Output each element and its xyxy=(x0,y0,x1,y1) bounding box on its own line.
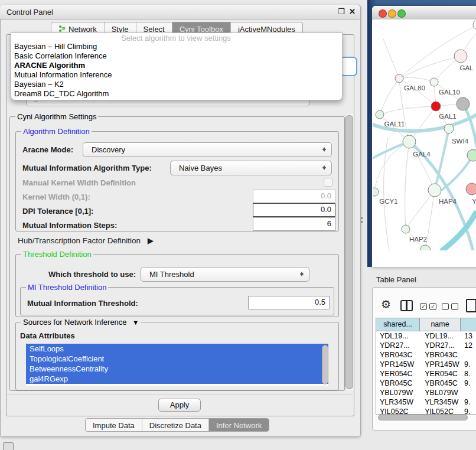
sources-title-row[interactable]: Sources for Network Inference ▼ xyxy=(21,318,141,327)
close-traffic-light[interactable] xyxy=(379,9,387,18)
network-edge xyxy=(405,142,409,229)
dpi-tolerance-field[interactable]: 0.0 xyxy=(253,203,335,217)
stepper-icon xyxy=(322,145,327,154)
control-panel-titlebar[interactable] xyxy=(0,5,360,19)
hub-tf-definition-label: Hub/Transcription Factor Definition xyxy=(18,236,141,245)
table-body: YDL19...YDL19...13YDR27...YDR27...12YBR0… xyxy=(376,331,476,415)
network-node[interactable] xyxy=(420,245,431,250)
table-row[interactable]: YDR27...YDR27...12 xyxy=(376,341,476,350)
column-header[interactable]: shared... xyxy=(376,318,420,331)
aracne-mode-label: Aracne Mode: xyxy=(22,145,73,154)
network-node-hap2[interactable] xyxy=(402,225,410,233)
manual-kernel-width-label: Manual Kernel Width Definition xyxy=(22,178,136,187)
table-row[interactable]: YIL052CYIL052C9. xyxy=(376,407,476,415)
mi-algorithm-type-combo[interactable]: Naive Bayes xyxy=(170,161,332,175)
attribute-list-item[interactable]: BetweennessCentrality xyxy=(26,364,328,374)
node-label: HAP2 xyxy=(409,236,427,243)
tab-discretize-data[interactable]: Discretize Data xyxy=(142,419,209,431)
float-window-icon[interactable]: ❐ xyxy=(338,7,345,16)
column-header[interactable]: name xyxy=(420,318,461,331)
table-cell: 8. xyxy=(462,369,476,379)
table-cell: YPR145W xyxy=(419,360,462,369)
kernel-width-value: 0.0 xyxy=(321,191,331,200)
hub-tf-definition-toggle[interactable]: Hub/Transcription Factor Definition ▶ xyxy=(18,236,154,245)
table-hscrollbar-thumb[interactable] xyxy=(378,415,468,420)
attributes-scrollbar-thumb[interactable] xyxy=(322,345,328,384)
sources-title: Sources for Network Inference xyxy=(23,318,127,327)
network-node-gcy1[interactable] xyxy=(373,188,379,196)
kernel-width-field[interactable]: 0.0 xyxy=(253,190,335,203)
dropdown-item[interactable]: Dream8 DC_TDC Algorithm xyxy=(12,89,340,99)
panel-splitter-grip[interactable] xyxy=(360,216,364,224)
tab-label: Discretize Data xyxy=(149,421,201,430)
settings-scrollbar-thumb[interactable] xyxy=(345,115,353,389)
gear-icon[interactable]: ⚙ xyxy=(381,299,391,310)
close-window-icon[interactable]: ✕ xyxy=(349,7,356,16)
manual-kernel-width-checkbox[interactable] xyxy=(324,178,332,187)
mi-threshold-definition-title: MI Threshold Definition xyxy=(26,283,108,292)
network-node[interactable] xyxy=(467,149,476,161)
table-row[interactable]: YPR145WYPR145W9. xyxy=(376,360,476,369)
table-row[interactable]: YBR045CYBR045C9. xyxy=(376,379,476,388)
table-cell: YIL052C xyxy=(419,407,462,415)
network-node-gal11[interactable] xyxy=(376,110,384,119)
dropdown-item[interactable]: ARACNE Algorithm xyxy=(12,61,340,70)
minimize-traffic-light[interactable] xyxy=(388,9,396,18)
mi-threshold-label: Mutual Information Threshold: xyxy=(27,299,138,308)
apply-separator xyxy=(6,394,353,394)
network-node-hap4[interactable] xyxy=(428,184,441,197)
attribute-list-item[interactable]: TopologicalCoefficient xyxy=(26,354,328,364)
network-node-gal10[interactable] xyxy=(430,78,438,86)
table-row[interactable]: YER054CYER054C8. xyxy=(376,369,476,379)
data-attributes-list[interactable]: SelfLoopsTopologicalCoefficientBetweenne… xyxy=(26,344,328,386)
checked-box-icon: ✓ xyxy=(429,303,436,310)
tab-infer-network[interactable]: Infer Network xyxy=(209,419,269,431)
file-icon[interactable] xyxy=(466,299,476,312)
dropdown-item[interactable]: Basic Correlation Inference xyxy=(12,51,340,61)
network-node[interactable] xyxy=(457,97,470,110)
table-cell: 9. xyxy=(462,397,476,407)
unchecked-box-icon xyxy=(442,303,449,310)
node-table[interactable]: shared...name YDL19...YDL19...13YDR27...… xyxy=(376,318,476,415)
table-cell: YBR045C xyxy=(376,379,419,388)
table-cell: 9. xyxy=(462,360,476,369)
table-cell: YDR27... xyxy=(376,341,419,350)
columns-icon[interactable] xyxy=(400,300,413,311)
which-threshold-combo[interactable]: MI Threshold xyxy=(141,267,309,282)
mi-steps-field[interactable]: 6 xyxy=(253,217,335,231)
table-row[interactable]: YDL19...YDL19...13 xyxy=(376,331,476,341)
node-label: GAL10 xyxy=(439,89,460,96)
table-cell: YLR345W xyxy=(419,397,462,407)
network-node-gal80[interactable] xyxy=(395,74,403,83)
tab-impute-data[interactable]: Impute Data xyxy=(86,419,142,431)
network-node[interactable] xyxy=(473,20,476,30)
select-all-checkboxes-icon[interactable]: ✓ ✓ xyxy=(420,303,436,310)
network-node-gal[interactable] xyxy=(454,50,467,63)
attribute-list-item[interactable]: gal4RGexp xyxy=(26,374,328,384)
apply-button[interactable]: Apply xyxy=(158,399,201,412)
threshold-definition-title: Threshold Definition xyxy=(21,250,93,259)
network-node-y[interactable] xyxy=(466,183,476,195)
table-cell: 13 xyxy=(462,331,476,341)
table-cell: YDL19... xyxy=(376,331,419,341)
network-node-gal4[interactable] xyxy=(403,135,416,148)
network-canvas[interactable]: GAL80GAL10GAL1GAL11SWI4GAL4GCY1HAP4YHAP2… xyxy=(373,19,476,250)
network-node-swi4[interactable] xyxy=(444,124,454,133)
table-row[interactable]: YBR043CYBR043C xyxy=(376,350,476,360)
table-row[interactable]: YBL079WYBL079W xyxy=(376,388,476,397)
deselect-all-checkboxes-icon[interactable] xyxy=(442,303,458,310)
dropdown-item[interactable]: Bayesian – Hill Climbing xyxy=(12,42,340,51)
mi-algorithm-type-label: Mutual Information Algorithm Type: xyxy=(22,164,152,172)
aracne-mode-combo[interactable]: Discovery xyxy=(83,142,332,157)
table-row[interactable]: YLR345WYLR345W9. xyxy=(376,397,476,407)
mi-threshold-value: 0.5 xyxy=(315,298,325,306)
column-header[interactable] xyxy=(461,318,476,331)
mi-threshold-field[interactable]: 0.5 xyxy=(248,296,330,309)
dropdown-item[interactable]: Bayesian – K2 xyxy=(12,80,340,89)
dropdown-item[interactable]: Mutual Information Inference xyxy=(12,70,340,80)
algorithm-combo-fragment[interactable] xyxy=(340,57,357,76)
network-node-gal1[interactable] xyxy=(431,102,441,111)
zoom-traffic-light[interactable] xyxy=(397,9,406,18)
minimized-panel-icon[interactable] xyxy=(3,442,14,450)
attribute-list-item[interactable]: SelfLoops xyxy=(26,344,328,354)
